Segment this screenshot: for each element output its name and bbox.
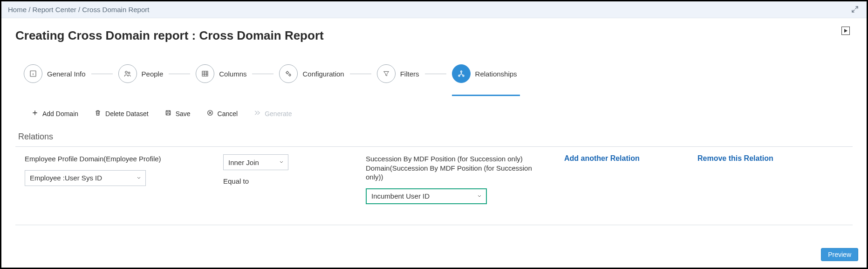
chevron-down-icon (279, 159, 284, 166)
step-divider (425, 74, 446, 74)
step-relationships[interactable]: Relationships (452, 64, 517, 83)
funnel-icon (377, 64, 396, 83)
fullscreen-icon[interactable] (851, 5, 859, 14)
step-people[interactable]: People (118, 64, 164, 83)
breadcrumb[interactable]: Home / Report Center / Cross Domain Repo… (8, 6, 149, 14)
action-toolbar: Add Domain Delete Dataset Save Cancel Ge… (31, 109, 853, 118)
step-label: Columns (219, 70, 246, 78)
step-divider (350, 74, 371, 74)
save-button[interactable]: Save (164, 109, 191, 118)
button-label: Cancel (218, 110, 238, 117)
divider (15, 146, 853, 147)
button-label: Save (176, 110, 191, 117)
step-filters[interactable]: Filters (377, 64, 419, 83)
step-label: General Info (47, 70, 86, 78)
step-divider (169, 74, 190, 74)
step-divider (252, 74, 273, 74)
info-box-icon (24, 64, 42, 83)
step-label: People (142, 70, 164, 78)
plus-icon (31, 109, 39, 118)
cancel-button[interactable]: Cancel (206, 109, 238, 118)
wizard-stepper: General Info People Columns (24, 64, 853, 83)
add-another-relation-link[interactable]: Add another Relation (564, 154, 695, 163)
left-field-select[interactable]: Employee :User Sys ID (25, 170, 146, 186)
select-value: Inner Join (228, 159, 259, 166)
delete-dataset-button[interactable]: Delete Dataset (94, 109, 149, 118)
svg-rect-3 (202, 71, 208, 76)
active-step-indicator (452, 95, 520, 96)
relation-row: Employee Profile Domain(Employee Profile… (25, 154, 853, 204)
step-general-info[interactable]: General Info (24, 64, 86, 83)
gears-icon (279, 64, 298, 83)
button-label: Generate (265, 110, 292, 117)
select-value: Incumbent User ID (371, 192, 430, 200)
left-domain-label: Employee Profile Domain(Employee Profile… (25, 154, 220, 164)
add-domain-button[interactable]: Add Domain (31, 109, 78, 118)
grid-icon (196, 64, 214, 83)
svg-point-2 (128, 72, 130, 74)
step-divider (91, 74, 113, 74)
remove-this-relation-link[interactable]: Remove this Relation (697, 154, 853, 163)
join-type-select[interactable]: Inner Join (223, 154, 288, 170)
section-title: Relations (18, 132, 853, 142)
button-label: Add Domain (42, 110, 78, 117)
generate-button: Generate (253, 109, 292, 118)
step-label: Relationships (475, 70, 517, 78)
select-value: Employee :User Sys ID (30, 174, 102, 182)
step-label: Configuration (302, 70, 344, 78)
trash-icon (94, 109, 102, 118)
save-icon (164, 109, 172, 118)
svg-point-6 (460, 71, 462, 72)
svg-point-5 (289, 74, 291, 76)
people-icon (118, 64, 137, 83)
button-label: Delete Dataset (105, 110, 149, 117)
equal-to-label: Equal to (223, 177, 363, 186)
svg-point-1 (125, 71, 127, 74)
network-icon (452, 64, 471, 83)
chevron-down-icon (477, 192, 482, 200)
right-domain-label: Succession By MDF Position (for Successi… (366, 154, 543, 182)
step-label: Filters (400, 70, 419, 78)
step-columns[interactable]: Columns (196, 64, 246, 83)
chevron-down-icon (136, 174, 142, 182)
divider (15, 225, 853, 225)
right-field-select[interactable]: Incumbent User ID (366, 188, 487, 204)
preview-button[interactable]: Preview (821, 248, 858, 261)
svg-rect-9 (166, 110, 170, 115)
svg-point-4 (287, 72, 289, 74)
generate-icon (253, 109, 261, 118)
page-title: Creating Cross Domain report : Cross Dom… (15, 28, 853, 43)
video-icon[interactable] (841, 27, 850, 35)
cancel-icon (206, 109, 214, 118)
step-configuration[interactable]: Configuration (279, 64, 344, 83)
